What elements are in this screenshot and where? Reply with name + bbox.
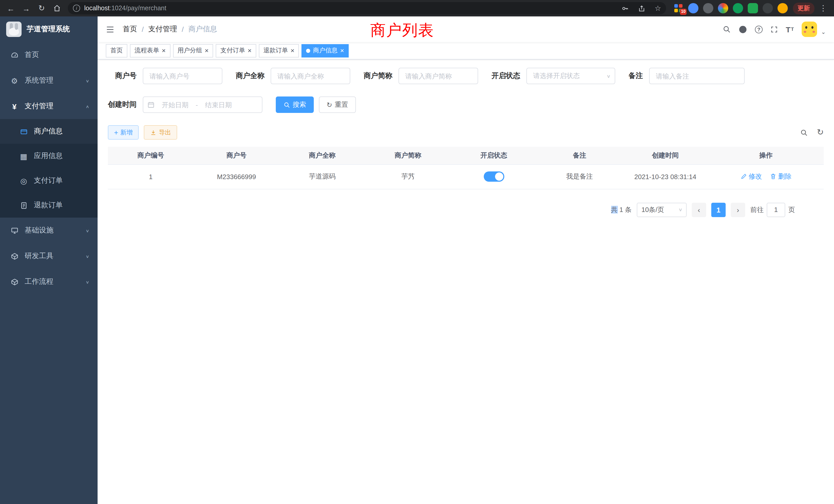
tab-user-group[interactable]: 用户分组 × (173, 44, 213, 57)
tab-home[interactable]: 首页 (106, 44, 127, 57)
table-header-row: 商户编号 商户号 商户全称 商户简称 开启状态 备注 创建时间 操作 (108, 147, 824, 164)
browser-menu-icon[interactable]: ⋮ (816, 2, 830, 15)
breadcrumb-payment[interactable]: 支付管理 (148, 25, 177, 34)
password-key-icon[interactable] (619, 2, 631, 14)
extension-icon-green-circle[interactable] (733, 3, 743, 13)
sidebar-item-pay-order[interactable]: ◎ 支付订单 (0, 168, 97, 193)
font-size-glyph-small: T (791, 27, 794, 32)
update-button[interactable]: 更新 (793, 2, 814, 14)
total-suffix: 条 (625, 206, 632, 213)
browser-home-button[interactable] (50, 2, 64, 15)
tab-close-icon[interactable]: × (247, 47, 251, 54)
browser-reload-button[interactable]: ↻ (35, 2, 48, 15)
search-button[interactable]: 搜索 (276, 96, 314, 113)
tab-close-icon[interactable]: × (291, 47, 294, 54)
bookmark-star-icon[interactable]: ☆ (652, 2, 664, 14)
extension-icon-pin[interactable] (763, 3, 773, 13)
cell-create-time: 2021-10-23 08:31:14 (622, 164, 708, 189)
reset-button[interactable]: ↻ 重置 (319, 96, 356, 113)
avatar[interactable] (802, 22, 817, 37)
sidebar-item-refund-order[interactable]: 退款订单 (0, 193, 97, 217)
date-range-picker[interactable]: - (143, 96, 262, 113)
extension-icon-blue[interactable] (688, 3, 698, 13)
tab-merchant-info[interactable]: 商户信息 × (302, 44, 349, 57)
sidebar-item-label: 支付管理 (25, 101, 53, 111)
extension-icon-orange[interactable] (777, 3, 788, 13)
breadcrumb: 首页 / 支付管理 / 商户信息 (123, 25, 217, 34)
site-info-icon[interactable]: i (73, 5, 80, 12)
tab-refund-order[interactable]: 退款订单 × (259, 44, 299, 57)
status-select[interactable]: 请选择开启状态 ∨ (526, 68, 615, 84)
extension-icon-dark[interactable] (703, 3, 713, 13)
remark-input[interactable] (649, 68, 745, 84)
status-toggle[interactable] (483, 171, 504, 182)
page-size-select[interactable]: 10条/页 ∨ (637, 203, 687, 217)
sidebar-item-infrastructure[interactable]: 基础设施 ∨ (0, 217, 97, 243)
sidebar-item-system[interactable]: ⚙ 系统管理 ∨ (0, 68, 97, 93)
filter-merchant-no: 商户号 (108, 68, 222, 84)
url-host: localhost (84, 5, 110, 12)
tab-close-icon[interactable]: × (162, 47, 166, 54)
sidebar-item-payment[interactable]: ¥ 支付管理 ∧ (0, 93, 97, 119)
share-icon[interactable] (635, 2, 648, 14)
prev-page-button[interactable]: ‹ (692, 203, 706, 217)
chevron-down-icon: ∨ (86, 279, 89, 284)
delete-button[interactable]: 删除 (770, 172, 792, 181)
home-icon (53, 4, 61, 12)
short-name-input[interactable] (398, 68, 478, 84)
cell-merchant-no: M233666999 (194, 164, 279, 189)
tab-close-icon[interactable]: × (205, 47, 208, 54)
edit-icon (740, 173, 747, 180)
page-button-1[interactable]: 1 (711, 203, 726, 217)
browser-back-button[interactable]: ← (4, 2, 18, 15)
sidebar-item-label: 应用信息 (34, 152, 63, 161)
url-bar[interactable]: i localhost:1024/pay/merchant ☆ (68, 2, 666, 14)
tab-process-form[interactable]: 流程表单 × (130, 44, 170, 57)
credit-card-icon (20, 128, 28, 135)
full-name-input[interactable] (271, 68, 350, 84)
sidebar-item-merchant-info[interactable]: 商户信息 (0, 119, 97, 144)
search-icon[interactable] (723, 25, 731, 33)
sidebar-item-app-info[interactable]: ▦ 应用信息 (0, 144, 97, 168)
end-date-input[interactable] (200, 101, 237, 109)
chevron-down-icon: ∨ (678, 207, 682, 212)
sidebar-item-devtools[interactable]: 研发工具 ∨ (0, 243, 97, 269)
hamburger-icon[interactable] (106, 25, 114, 33)
browser-forward-button[interactable]: → (20, 2, 33, 15)
goto-input[interactable] (767, 203, 785, 217)
table-toolbar: + 新增 导出 ↻ (108, 125, 824, 140)
extension-icon-grid[interactable]: 10 (673, 3, 683, 13)
sidebar-item-label: 工作流程 (25, 277, 53, 287)
payment-submenu: 商户信息 ▦ 应用信息 ◎ 支付订单 退款订单 (0, 119, 97, 217)
delete-icon (770, 173, 777, 180)
breadcrumb-home[interactable]: 首页 (123, 25, 137, 34)
status-label: 开启状态 (491, 71, 520, 81)
sidebar-item-home[interactable]: 首页 (0, 42, 97, 68)
font-size-icon[interactable]: TT (786, 25, 794, 33)
edit-button[interactable]: 修改 (740, 172, 762, 181)
next-page-button[interactable]: › (731, 203, 745, 217)
tab-label: 首页 (110, 46, 123, 55)
extension-icon-colorful[interactable] (718, 3, 728, 13)
github-icon[interactable] (739, 25, 747, 33)
help-icon[interactable]: ? (755, 25, 763, 33)
toggle-search-icon[interactable] (800, 129, 808, 136)
refresh-table-icon[interactable]: ↻ (817, 128, 824, 137)
table-row: 1 M233666999 芋道源码 芋艿 我是备注 2021-10-23 08:… (108, 164, 824, 189)
tab-pay-order[interactable]: 支付订单 × (216, 44, 256, 57)
delete-button-label: 删除 (778, 172, 792, 181)
start-date-input[interactable] (157, 101, 194, 109)
toggle-knob (495, 173, 503, 181)
extension-icon-green-square[interactable] (748, 3, 758, 13)
merchant-no-input[interactable] (143, 68, 222, 84)
tab-close-icon[interactable]: × (340, 47, 344, 54)
sidebar-item-workflow[interactable]: 工作流程 ∨ (0, 269, 97, 295)
filter-status: 开启状态 请选择开启状态 ∨ (491, 68, 615, 84)
cell-remark: 我是备注 (537, 164, 622, 189)
export-button[interactable]: 导出 (144, 125, 177, 140)
sidebar-item-label: 首页 (25, 50, 39, 60)
add-button[interactable]: + 新增 (108, 125, 139, 140)
logo[interactable]: 芋道管理系统 (0, 17, 97, 42)
chevron-down-icon[interactable]: ⌄ (821, 29, 826, 37)
fullscreen-icon[interactable] (770, 25, 778, 33)
